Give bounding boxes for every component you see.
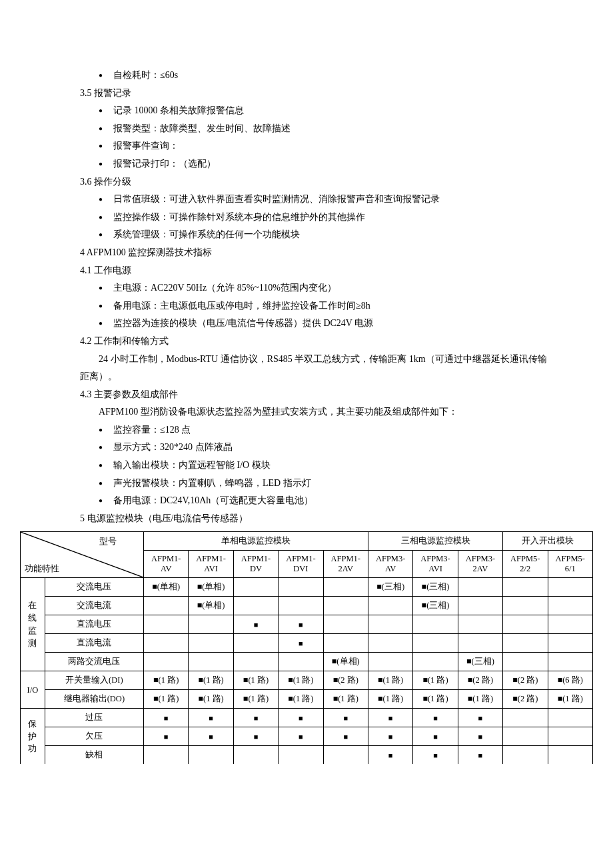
section-heading: 4.1 工作电源 [80,262,553,280]
table-cell [503,727,548,746]
table-cell [548,615,592,634]
table-cell: ■ [233,615,278,634]
bullet-item: 报警事件查询： [80,137,553,155]
table-row: I/O 开关量输入(DI) ■(1 路) ■(1 路) ■(1 路) ■(1 路… [21,671,593,690]
table-cell: ■ [458,746,502,765]
table-cell [144,746,189,765]
bullet-item: 备用电源：主电源低电压或停电时，维持监控设备工作时间≥8h [80,297,553,315]
section-heading: 4 AFPM100 监控探测器技术指标 [80,244,553,262]
table-cell [413,615,458,634]
row-label: 直流电流 [45,634,143,653]
table-cell: ■(三相) [413,597,458,615]
table-cell: ■ [189,727,233,746]
row-label: 直流电压 [45,615,143,634]
table-cell: ■ [458,727,502,746]
paragraph: AFPM100 型消防设备电源状态监控器为壁挂式安装方式，其主要功能及组成部件如… [80,403,553,421]
table-cell: ■(2 路) [323,671,368,690]
bullet-item: 备用电源：DC24V,10Ah（可选配更大容量电池） [80,492,553,510]
table-cell [368,615,412,634]
table-row: 缺相 ■ ■ ■ [21,746,593,765]
bullet-item: 报警类型：故障类型、发生时间、故障描述 [80,120,553,138]
table-cell [323,578,368,597]
table-cell [368,634,412,653]
row-label: 继电器输出(DO) [45,690,143,709]
table-cell [323,746,368,765]
table-cell [144,615,189,634]
row-category: 在线监测 [21,578,45,671]
table-cell: ■(三相) [458,653,502,671]
table-cell: ■(1 路) [189,690,233,709]
table-cell: ■(单相) [189,578,233,597]
bullet-item: 记录 10000 条相关故障报警信息 [80,102,553,120]
bullet-item: 监控操作级：可操作除针对系统本身的信息维护外的其他操作 [80,209,553,227]
table-cell: ■(6 路) [548,671,592,690]
table-cell: ■(单相) [323,653,368,671]
table-cell [503,578,548,597]
header-model-label: 型号 [99,536,117,547]
table-cell: ■ [279,709,323,727]
table-row: 交流电流 ■(单相) ■(三相) [21,597,593,615]
table-cell [323,597,368,615]
table-cell [548,746,592,765]
row-label: 交流电流 [45,597,143,615]
table-cell [503,634,548,653]
row-label: 过压 [45,709,143,727]
table-cell: ■(1 路) [368,671,412,690]
column-group: 三相电源监控模块 [368,532,502,551]
document-body: 自检耗时：≤60s 3.5 报警记录 记录 10000 条相关故障报警信息 报警… [20,67,593,527]
table-cell: ■ [413,727,458,746]
paragraph: 24 小时工作制，Modbus-RTU 通信协议，RS485 半双工总线方式，传… [80,351,553,386]
table-cell [233,634,278,653]
table-cell: ■(2 路) [458,671,502,690]
table-cell: ■ [368,727,412,746]
table-cell [458,634,502,653]
spec-table: 型号 功能特性 单相电源监控模块 三相电源监控模块 开入开出模块 AFPM1-A… [20,531,593,764]
table-cell [189,746,233,765]
table-row: 直流电流 ■ [21,634,593,653]
bullet-item: 系统管理级：可操作系统的任何一个功能模块 [80,226,553,244]
table-row: 保护功 过压 ■ ■ ■ ■ ■ ■ ■ ■ [21,709,593,727]
diagonal-header: 型号 功能特性 [21,532,144,578]
table-cell: ■(1 路) [189,671,233,690]
table-cell [279,597,323,615]
table-cell [503,709,548,727]
table-cell [323,615,368,634]
table-cell [458,597,502,615]
table-cell [548,634,592,653]
table-cell: ■(2 路) [503,671,548,690]
row-label: 两路交流电压 [45,653,143,671]
table-cell: ■ [189,709,233,727]
table-cell: ■ [233,727,278,746]
row-label: 交流电压 [45,578,143,597]
table-cell: ■(1 路) [368,690,412,709]
table-cell [368,597,412,615]
table-cell: ■(1 路) [413,671,458,690]
table-cell: ■(三相) [413,578,458,597]
table-cell: ■(1 路) [279,671,323,690]
table-header-row: 型号 功能特性 单相电源监控模块 三相电源监控模块 开入开出模块 [21,532,593,551]
table-cell [279,578,323,597]
bullet-item: 日常值班级：可进入软件界面查看实时监测情况、消除报警声音和查询报警记录 [80,191,553,209]
column-header: AFPM1-DV [233,551,278,578]
column-group: 开入开出模块 [503,532,593,551]
table-cell [503,746,548,765]
table-cell: ■ [413,746,458,765]
table-cell [233,653,278,671]
table-cell [233,578,278,597]
table-cell: ■ [279,615,323,634]
column-header: AFPM1-AVI [189,551,233,578]
section-heading: 4.3 主要参数及组成部件 [80,386,553,404]
table-cell [503,653,548,671]
table-cell: ■ [413,709,458,727]
table-cell [503,597,548,615]
section-heading: 3.6 操作分级 [80,173,553,191]
table-cell: ■ [233,709,278,727]
table-cell: ■(三相) [368,578,412,597]
table-cell: ■(1 路) [548,690,592,709]
column-header: AFPM3-AV [368,551,412,578]
table-cell [458,578,502,597]
table-cell [548,709,592,727]
table-cell: ■(1 路) [323,690,368,709]
table-cell: ■(1 路) [413,690,458,709]
bullet-item: 自检耗时：≤60s [80,67,553,85]
